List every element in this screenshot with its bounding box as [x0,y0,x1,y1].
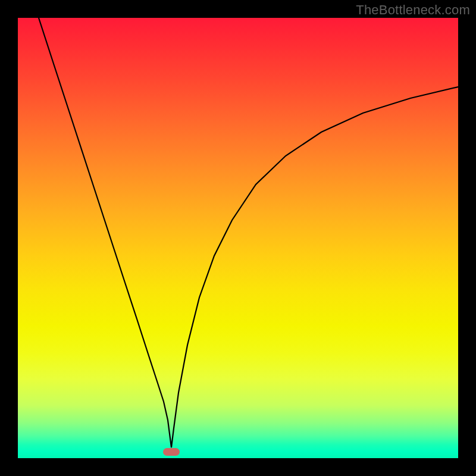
chart-frame [0,0,476,476]
watermark-text: TheBottleneck.com [356,2,470,18]
bottleneck-curve [18,18,458,458]
plot-area [18,18,458,458]
optimal-marker [163,448,180,456]
